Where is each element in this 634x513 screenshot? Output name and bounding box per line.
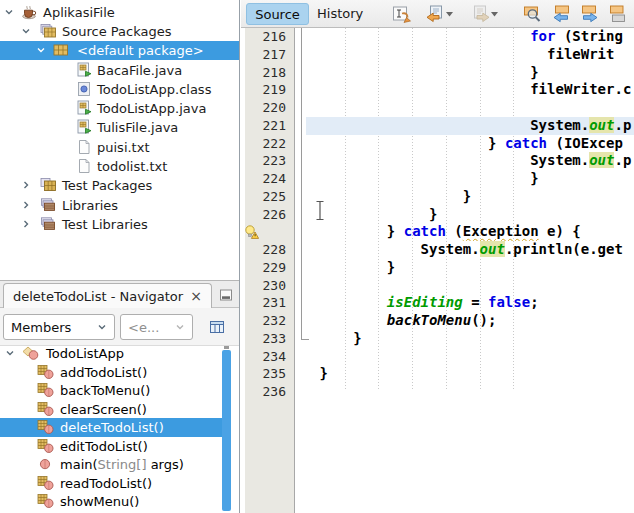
name-filter-select[interactable]: <e... [120,314,193,340]
project-tree-item-tulisfile-java[interactable]: TulisFile.java [0,118,239,137]
last-edit-button[interactable] [392,4,412,24]
line-number: 221 [245,117,290,135]
previous-occurrence-button[interactable] [551,4,571,24]
code-line-234[interactable] [306,348,634,366]
chevron-right-icon[interactable] [21,219,31,229]
code-line-221[interactable]: System.out.p [306,117,634,135]
navigator-toolbar: Members <e... [0,308,239,346]
code-line-232[interactable]: backToMenu(); [306,312,634,330]
navigator-member-clearscreen[interactable]: clearScreen() [0,400,239,419]
tree-item-label: puisi.txt [97,139,150,154]
scrollbar-up-arrow[interactable] [224,346,229,349]
project-tree-item-puisi-txt[interactable]: puisi.txt [0,137,239,156]
code-editor[interactable]: 216for (String 217fileWrit218}219fileWri… [241,28,634,513]
gutter-separator [294,28,295,513]
code-line-229[interactable]: } [306,259,634,277]
member-label: deleteTodoList() [60,420,164,435]
members-filter-value: Members [11,320,97,335]
java-file-icon [76,100,92,116]
project-tree-item-todolist-txt[interactable]: todolist.txt [0,156,239,175]
navigator-member-backtomenu[interactable]: backToMenu() [0,381,239,400]
navigator-member-todolistapp[interactable]: TodoListApp [0,346,239,363]
chevron-down-icon[interactable] [5,348,15,358]
tab-source-label: Source [255,7,300,22]
code-line-233[interactable]: } [306,330,634,348]
inherited-members-button[interactable] [204,316,229,338]
project-tree-item-todolistapp-class[interactable]: TodoListApp.class [0,79,239,98]
line-number: 231 [245,294,290,312]
hint-bulb-warning-icon[interactable] [244,224,259,240]
project-tree-item-default-package[interactable]: <default package> [0,41,239,60]
toggle-highlight-search-button[interactable] [607,4,627,24]
member-label: TodoListApp [46,346,124,361]
tab-history[interactable]: History [317,0,363,27]
code-line-218[interactable]: } [306,64,634,82]
back-button[interactable] [425,4,445,24]
close-icon[interactable]: × [190,289,202,303]
line-number: 232 [245,312,290,330]
code-line-235[interactable]: } [306,365,634,383]
code-line-222[interactable]: } catch (IOExcep [306,135,634,153]
next-occurrence-icon [580,5,599,24]
code-line-231[interactable]: isEditing = false; [306,294,634,312]
code-line-216[interactable]: for (String [306,28,634,46]
back-icon [426,5,445,24]
line-number: 229 [245,259,290,277]
code-line-224[interactable]: } [306,170,634,188]
code-line-236[interactable] [306,383,634,401]
project-tree-item-bacafile-java[interactable]: BacaFile.java [0,60,239,79]
code-line-223[interactable]: System.out.p [306,152,634,170]
navigator-member-edittodolist[interactable]: editTodoList() [0,437,239,456]
tree-item-label: Libraries [62,197,118,212]
forward-button[interactable] [470,4,490,24]
method-icon [37,383,54,398]
line-number: 219 [245,81,290,99]
tree-item-label: Test Libraries [62,216,148,231]
method-icon [37,475,54,490]
chevron-right-icon[interactable] [21,180,31,190]
chevron-down-icon[interactable] [36,45,46,55]
member-label: backToMenu() [60,383,150,398]
navigator-member-addtodolist[interactable]: addTodoList() [0,363,239,382]
navigator-scrollbar[interactable] [222,350,231,511]
code-line-226[interactable]: } [306,206,634,224]
members-filter-select[interactable]: Members [3,314,115,340]
code-line-228[interactable]: System.out.println(e.get [306,241,634,259]
find-selection-button[interactable] [522,4,542,24]
navigator-members-tree: TodoListAppaddTodoList()backToMenu()clea… [0,346,239,513]
chevron-down-icon[interactable] [4,7,14,17]
source-packages-icon [40,23,57,39]
tree-item-label: AplikasiFile [43,4,115,19]
line-number: 222 [245,135,290,153]
project-tree-item-test-libraries[interactable]: Test Libraries [0,214,239,233]
code-line-230[interactable] [306,277,634,295]
chevron-down-icon[interactable] [21,26,31,36]
text-cursor-icon [315,200,325,221]
line-number: 233 [245,330,290,348]
navigator-member-readtodolist[interactable]: readTodoList() [0,474,239,493]
code-line-217[interactable]: fileWrit [306,46,634,64]
project-tree-item-test-packages[interactable]: Test Packages [0,176,239,195]
line-number: 226 [245,206,290,224]
dropdown-arrow-icon[interactable] [491,12,498,17]
test-packages-icon [40,177,57,193]
project-tree-item-todolistapp-java[interactable]: TodoListApp.java [0,99,239,118]
code-line-220[interactable] [306,99,634,117]
chevron-right-icon[interactable] [21,200,31,210]
next-occurrence-button[interactable] [579,4,599,24]
navigator-member-showmenu[interactable]: showMenu() [0,492,239,511]
dropdown-arrow-icon[interactable] [446,12,453,17]
editor-column: Source History 216for (String 217fileWri… [241,0,634,513]
navigator-member-deletetodolist[interactable]: deleteTodoList() [0,418,222,437]
tab-source[interactable]: Source [246,3,309,25]
code-line-225[interactable]: } [306,188,634,206]
navigator-member-main-string-args[interactable]: main(String[] args) [0,455,239,474]
project-tree-item-libraries[interactable]: Libraries [0,195,239,214]
code-line-219[interactable]: fileWriter.c [306,81,634,99]
navigator-tab[interactable]: deleteTodoList - Navigator × [3,283,212,308]
member-label: readTodoList() [60,475,152,490]
minimize-panel-button[interactable] [218,287,234,302]
project-tree-item-source-packages[interactable]: Source Packages [0,21,239,40]
project-tree-item-aplikasifile[interactable]: AplikasiFile [0,2,239,21]
code-line-227[interactable]: } catch (Exception e) { [306,223,634,241]
